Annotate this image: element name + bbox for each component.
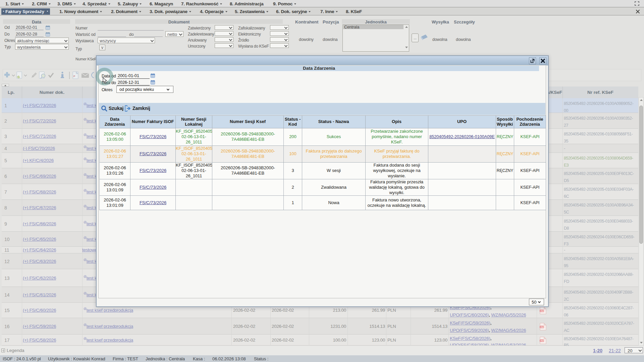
svg-text:PDF: PDF [540,326,544,328]
svg-text:PDF: PDF [540,310,544,312]
svg-text:P: P [73,75,75,78]
svg-text:PDF: PDF [540,340,544,342]
